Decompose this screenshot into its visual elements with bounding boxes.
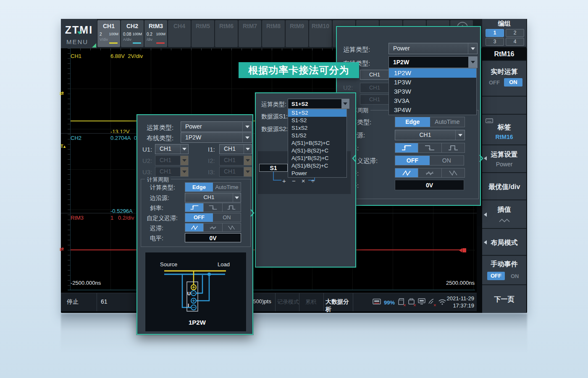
diagram-caption: 1P2W (189, 319, 206, 326)
option-1p3w[interactable]: 1P3W (389, 78, 476, 87)
realtime-off-option[interactable]: OFF (489, 79, 500, 86)
custom-hysteresis-toggle[interactable]: OFF ON (185, 213, 241, 222)
rtm3-label: RtM3 (71, 215, 84, 221)
option-3p4w[interactable]: 3P4W (389, 105, 476, 115)
tab-ch1[interactable]: CH1 2 100M V/div (97, 20, 120, 47)
tab-rtm9[interactable]: RtM9 (286, 20, 308, 47)
calc-settings-section[interactable]: 运算设置 Power (482, 145, 526, 173)
slope-rising-button[interactable] (395, 143, 418, 152)
slope-falling-button[interactable] (203, 203, 222, 212)
option-3p3w[interactable]: 3P3W (389, 87, 476, 96)
on-option[interactable]: ON (430, 156, 464, 165)
big-data-cell[interactable]: 大数据分析 (323, 293, 353, 311)
edge-source-dropdown[interactable]: CH1 (185, 193, 241, 202)
hysteresis-buttons (395, 168, 465, 178)
slope-both-button[interactable] (222, 203, 241, 212)
acquisition-count: 61 (101, 298, 108, 305)
ch1-label: CH1 (71, 53, 81, 59)
calc-type-option-list: S1+S2 S1-S2 S1xS2 S1/S2 A(S1)+B(S2)+C A(… (288, 109, 347, 178)
label-section[interactable]: 标签 RtM16 (482, 115, 526, 145)
manual-event-off-option[interactable]: OFF (487, 272, 505, 280)
option-a-plus-b-c[interactable]: A(S1)+B(S2)+C (288, 139, 346, 147)
option-s1-plus-s2[interactable]: S1+S2 (288, 109, 346, 117)
group-button-4[interactable]: 4 (506, 38, 524, 46)
tab-rtm6[interactable]: RtM6 (215, 20, 238, 47)
tab-color-strip (133, 42, 141, 44)
slope-rising-button[interactable] (185, 203, 203, 212)
rtm3-scale: 0.2/div (118, 215, 134, 221)
next-page-section[interactable]: 下一页 (482, 285, 526, 313)
wiring-type-dropdown[interactable]: 1P2W (181, 132, 252, 143)
level-value-field[interactable]: 0V (395, 180, 464, 190)
option-s1-times-s2[interactable]: S1xS2 (288, 124, 346, 132)
option-a-minus-b-c[interactable]: A(S1)-B(S2)+C (288, 147, 346, 155)
interpolation-section[interactable]: 插值 (482, 200, 526, 229)
group-button-2[interactable]: 2 (506, 29, 524, 37)
chevron-down-icon (180, 144, 188, 154)
slope-falling-button[interactable] (418, 143, 441, 152)
tab-ch2[interactable]: CH2 0.08 100M A/div (121, 20, 144, 47)
realtime-on-option[interactable]: ON (504, 78, 522, 87)
autotime-option[interactable]: AutoTime (213, 183, 241, 192)
manual-event-on-option[interactable]: ON (511, 273, 519, 279)
accumulate-cell[interactable]: 累积 (299, 293, 324, 311)
hysteresis-mid-button[interactable] (418, 168, 441, 177)
hysteresis-low-button[interactable] (395, 168, 418, 177)
option-a-times-b-c[interactable]: A(S1)*B(S2)+C (288, 155, 346, 162)
operators-row: + − × ÷ (282, 177, 317, 184)
u1-source-dropdown[interactable]: CH1 (360, 70, 389, 80)
level-value-field[interactable]: 0V (185, 233, 241, 242)
tab-ch4[interactable]: CH4 (168, 20, 191, 47)
tab-rtm8[interactable]: RtM8 (262, 20, 285, 47)
tab-rtm5[interactable]: RtM5 (192, 20, 214, 47)
edge-autotime-toggle[interactable]: Edge AutoTime (395, 117, 465, 127)
edge-autotime-toggle[interactable]: Edge AutoTime (185, 182, 241, 192)
u-terminal-label: U (187, 291, 191, 296)
calc-type-dropdown[interactable]: S1+S2 (288, 99, 349, 109)
on-option[interactable]: ON (213, 213, 241, 222)
custom-hysteresis-toggle[interactable]: OFF ON (395, 155, 464, 165)
hysteresis-mid-button[interactable] (203, 223, 222, 231)
data-source1-label: 数据源S1: (261, 113, 288, 121)
u1-source-dropdown[interactable]: CH1 (155, 144, 189, 154)
tab-rtm3[interactable]: RtM3 0.2 100M /div (144, 20, 167, 47)
hysteresis-high-button[interactable] (222, 223, 241, 231)
rtm3-position-marker-icon[interactable]: ⇄ (60, 246, 64, 252)
group-button-3[interactable]: 3 (486, 38, 504, 46)
option-power[interactable]: Power (288, 170, 346, 177)
autotime-option[interactable]: AutoTime (430, 117, 465, 127)
record-mode-cell[interactable]: 记录模式 (275, 293, 299, 311)
tab-rtm10[interactable]: RtM10 (309, 20, 332, 47)
calc-type-dropdown[interactable]: Power (181, 121, 252, 132)
s1-source-box[interactable]: S1 (259, 164, 288, 172)
option-s1-div-s2[interactable]: S1/S2 (288, 132, 346, 139)
hysteresis-high-button[interactable] (441, 168, 465, 177)
manual-event-title: 手动事件 (482, 260, 526, 269)
logo-block: ZTMI MENU (61, 19, 97, 48)
wiring-type-dropdown[interactable]: 1P2W (388, 56, 478, 68)
tab-rtm7[interactable]: RtM7 (239, 20, 261, 47)
best-value-div-section[interactable]: 最优值/div (482, 173, 526, 200)
off-option[interactable]: OFF (185, 213, 213, 222)
calc-type-dropdown[interactable]: Power (388, 43, 478, 54)
i1-source-value: CH1 (220, 144, 244, 154)
source-label: Source (160, 261, 177, 268)
option-a-div-b-c[interactable]: A(S1)/B(S2)+C (288, 162, 346, 170)
slope-both-button[interactable] (441, 143, 465, 152)
edge-option[interactable]: Edge (185, 183, 213, 192)
menu-button[interactable]: MENU (66, 38, 88, 45)
option-s1-minus-s2[interactable]: S1-S2 (288, 117, 346, 124)
trigger-level-marker-icon[interactable]: T▴ (60, 144, 66, 149)
layout-mode-section[interactable]: 布局模式 (482, 229, 526, 256)
off-option[interactable]: OFF (395, 156, 430, 165)
option-1p2w[interactable]: 1P2W (389, 68, 476, 78)
group-button-1[interactable]: 1 (486, 29, 504, 37)
i1-source-dropdown[interactable]: CH1 (219, 144, 252, 154)
edge-option[interactable]: Edge (395, 117, 430, 127)
edge-source-dropdown[interactable]: CH1 (395, 130, 465, 140)
menu-corner-icon (92, 43, 96, 47)
datetime: 2021-11-29 17:37:19 (433, 295, 474, 309)
hysteresis-low-button[interactable] (185, 223, 203, 231)
ch1-position-marker-icon[interactable]: ⇄ (60, 90, 64, 96)
option-3v3a[interactable]: 3V3A (389, 96, 476, 105)
